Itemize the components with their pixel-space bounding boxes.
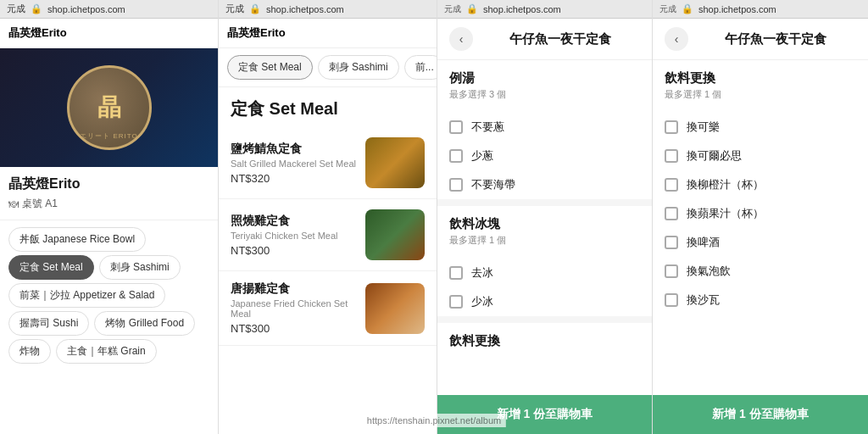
url-p4: 元成 xyxy=(659,3,676,15)
label-no-onion: 不要蔥 xyxy=(471,120,504,135)
menu-categories: 丼飯 Japanese Rice Bowl 定食 Set Meal 刺身 Sas… xyxy=(0,220,218,434)
done-label-2: 元成 xyxy=(225,3,244,15)
item-name-2: 照燒雞定食 xyxy=(231,214,357,229)
store-name: 晶英燈Erito xyxy=(8,175,209,193)
category-row-1: 丼飯 Japanese Rice Bowl xyxy=(8,227,209,252)
item-img-3 xyxy=(365,283,425,334)
url-p3: 元成 xyxy=(444,3,461,15)
checkbox-sawa[interactable] xyxy=(665,293,678,307)
label-beer: 換啤酒 xyxy=(687,235,720,250)
option-no-ice[interactable]: 去冰 xyxy=(437,259,652,287)
option-no-seaweed[interactable]: 不要海帶 xyxy=(437,170,652,199)
item-name-3: 唐揚雞定食 xyxy=(231,281,357,297)
url-2: shop.ichetpos.com xyxy=(266,4,344,14)
tab-setmeal[interactable]: 定食 Set Meal xyxy=(227,55,313,80)
item-desc-3: Japanese Fried Chicken Set Meal xyxy=(231,298,357,319)
logo-text: 晶 xyxy=(97,92,121,124)
drink-subtitle: 最多選擇 1 個 xyxy=(665,88,856,101)
item-img-1 xyxy=(365,137,425,188)
cat-appetizer[interactable]: 前菜｜沙拉 Appetizer & Salad xyxy=(8,283,165,308)
menu-item-1[interactable]: 鹽烤鯖魚定食 Salt Grilled Mackerel Set Meal NT… xyxy=(219,127,437,199)
tab-front[interactable]: 前... xyxy=(404,55,437,80)
option-less-ice[interactable]: 少冰 xyxy=(437,287,652,316)
checkbox-no-ice[interactable] xyxy=(449,266,463,280)
modal-header-3: ‹ 午仔魚一夜干定食 xyxy=(437,19,652,60)
lock-icon-2: 🔒 xyxy=(249,3,261,14)
url-text-p4: shop.ichetpos.com xyxy=(698,4,776,14)
menu-item-2[interactable]: 照燒雞定食 Teriyaki Chicken Set Meal NT$300 xyxy=(219,199,437,271)
store-header-2: 晶英燈Erito xyxy=(219,19,437,48)
item-price-1: NT$320 xyxy=(231,172,357,185)
lock-p3: 🔒 xyxy=(466,3,478,14)
cat-grilled[interactable]: 烤物 Grilled Food xyxy=(94,311,195,336)
option-apple-juice[interactable]: 換蘋果汁（杯） xyxy=(653,199,868,228)
category-row-3: 前菜｜沙拉 Appetizer & Salad xyxy=(8,283,209,308)
menu-item-3[interactable]: 唐揚雞定食 Japanese Fried Chicken Set Meal NT… xyxy=(219,271,437,346)
cat-rice[interactable]: 丼飯 Japanese Rice Bowl xyxy=(8,227,146,252)
add-cart-button-4[interactable]: 新增 1 份至購物車 xyxy=(653,395,868,434)
watermark: https://tenshain.pixnet.net/album xyxy=(362,414,506,427)
option-sparkling[interactable]: 換氣泡飲 xyxy=(653,257,868,286)
cat-grain[interactable]: 主食｜年糕 Grain xyxy=(56,339,157,364)
label-no-seaweed: 不要海帶 xyxy=(471,177,515,192)
modal-header-4: ‹ 午仔魚一夜干定食 xyxy=(653,19,868,60)
browser-bar-3: 元成 🔒 shop.ichetpos.com xyxy=(437,0,652,19)
cat-setmeal[interactable]: 定食 Set Meal xyxy=(8,255,94,280)
browser-bar-4: 元成 🔒 shop.ichetpos.com xyxy=(653,0,868,19)
label-orange-juice: 換柳橙汁（杯） xyxy=(687,177,764,192)
cat-sushi[interactable]: 握壽司 Sushi xyxy=(8,311,89,336)
option-no-onion[interactable]: 不要蔥 xyxy=(437,113,652,142)
back-button-3[interactable]: ‹ xyxy=(449,27,473,51)
store-logo: 晶 エリート ERITO xyxy=(67,65,152,150)
divider-3-2 xyxy=(437,316,652,323)
menu-items-list: 鹽烤鯖魚定食 Salt Grilled Mackerel Set Meal NT… xyxy=(219,127,437,434)
panel-options-2: 元成 🔒 shop.ichetpos.com ‹ 午仔魚一夜干定食 飲料更換 最… xyxy=(653,0,868,434)
modal-title-4: 午仔魚一夜干定食 xyxy=(695,31,856,47)
category-row-2: 定食 Set Meal 刺身 Sashimi xyxy=(8,255,209,280)
drink-title: 飲料更換 xyxy=(665,70,856,86)
store-image: 晶 エリート ERITO xyxy=(0,48,218,167)
store-info: 晶英燈Erito 🍽 桌號 A1 xyxy=(0,167,218,220)
option-beer[interactable]: 換啤酒 xyxy=(653,228,868,257)
option-calpis[interactable]: 換可爾必思 xyxy=(653,142,868,170)
category-row-4: 握壽司 Sushi 烤物 Grilled Food xyxy=(8,311,209,336)
ice-title: 飲料冰塊 xyxy=(449,216,640,232)
option-sawa[interactable]: 換沙瓦 xyxy=(653,286,868,314)
browser-bar-1: 元成 🔒 shop.ichetpos.com xyxy=(0,0,218,19)
cat-sashimi[interactable]: 刺身 Sashimi xyxy=(99,255,181,280)
tab-sashimi[interactable]: 刺身 Sashimi xyxy=(318,55,399,80)
browser-bar-2: 元成 🔒 shop.ichetpos.com xyxy=(219,0,437,19)
checkbox-less-ice[interactable] xyxy=(449,295,463,309)
url-1: shop.ichetpos.com xyxy=(47,4,125,14)
label-calpis: 換可爾必思 xyxy=(687,148,742,164)
table-label: 桌號 A1 xyxy=(22,197,58,211)
checkbox-beer[interactable] xyxy=(665,236,678,249)
soup-title: 例湯 xyxy=(449,70,640,86)
item-desc-1: Salt Grilled Mackerel Set Meal xyxy=(231,159,357,169)
option-less-onion[interactable]: 少蔥 xyxy=(437,142,652,170)
option-section-drink-preview: 飲料更換 xyxy=(437,323,652,356)
checkbox-calpis[interactable] xyxy=(665,149,678,163)
checkbox-sparkling[interactable] xyxy=(665,264,678,278)
label-less-ice: 少冰 xyxy=(471,294,493,309)
checkbox-apple-juice[interactable] xyxy=(665,207,678,220)
option-section-soup: 例湯 最多選擇 3 個 xyxy=(437,60,652,113)
checkbox-less-onion[interactable] xyxy=(449,149,463,163)
checkbox-orange-juice[interactable] xyxy=(665,178,678,192)
back-button-4[interactable]: ‹ xyxy=(665,27,688,51)
table-info: 🍽 桌號 A1 xyxy=(8,197,209,211)
table-icon: 🍽 xyxy=(8,198,19,210)
store-header-1: 晶英燈Erito xyxy=(0,19,218,48)
url-text-p3: shop.ichetpos.com xyxy=(483,4,561,14)
modal-body-3: 例湯 最多選擇 3 個 不要蔥 少蔥 不要海帶 飲料冰塊 最多選擇 1 個 去冰… xyxy=(437,60,652,395)
checkbox-no-onion[interactable] xyxy=(449,120,463,134)
checkbox-cola[interactable] xyxy=(665,120,678,134)
item-desc-2: Teriyaki Chicken Set Meal xyxy=(231,231,357,241)
menu-item-info-2: 照燒雞定食 Teriyaki Chicken Set Meal NT$300 xyxy=(231,214,357,257)
checkbox-no-seaweed[interactable] xyxy=(449,178,463,192)
option-cola[interactable]: 換可樂 xyxy=(653,113,868,142)
cat-fried[interactable]: 炸物 xyxy=(8,339,51,364)
option-orange-juice[interactable]: 換柳橙汁（杯） xyxy=(653,170,868,199)
lock-icon-1: 🔒 xyxy=(31,3,42,14)
label-cola: 換可樂 xyxy=(687,120,720,135)
